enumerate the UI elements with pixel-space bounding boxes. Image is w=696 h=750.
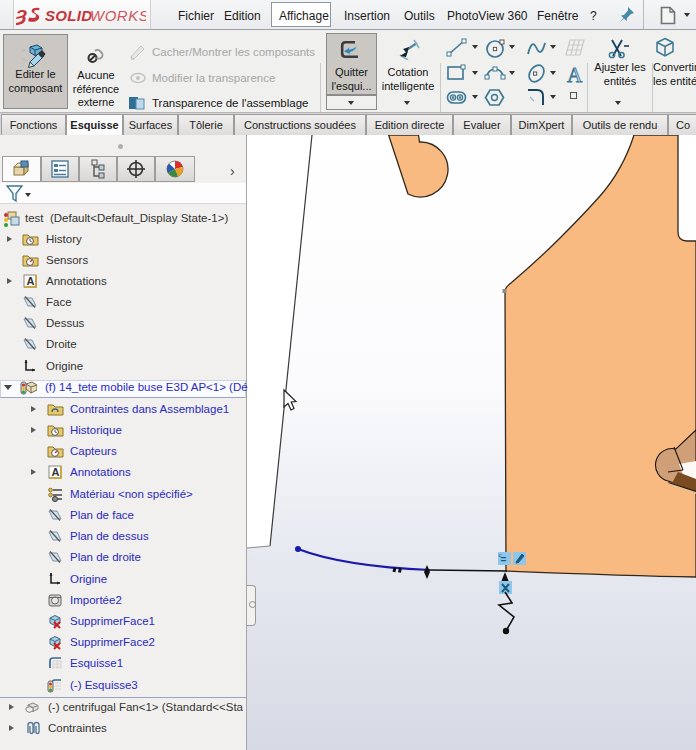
svg-text:A: A (27, 275, 35, 287)
svg-text:A: A (567, 64, 583, 86)
svg-text:c: c (499, 552, 502, 558)
svg-text:WORKS: WORKS (90, 7, 146, 24)
svg-text:A: A (52, 466, 60, 478)
svg-text:SOLID: SOLID (45, 7, 92, 24)
svg-text:ȝ: ȝ (16, 2, 27, 25)
